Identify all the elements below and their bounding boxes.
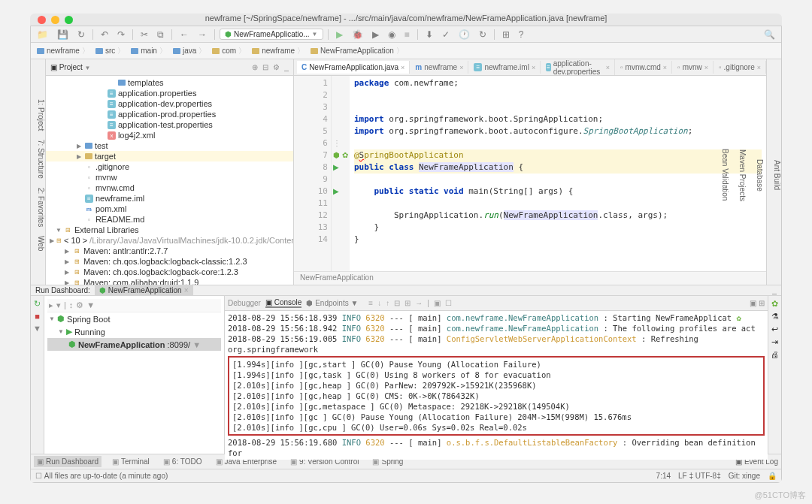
gear-icon[interactable]: ⎯ xyxy=(772,286,777,294)
endpoints-tab[interactable]: ⬢ Endpoints ▼ xyxy=(306,299,358,307)
window-close-button[interactable] xyxy=(38,16,46,24)
breadcrumb-item[interactable]: NewFrameApplication 〉 xyxy=(308,46,407,56)
scroll-end-icon[interactable]: ⇥ xyxy=(771,337,778,347)
tree-item[interactable]: ▶⊞ < 10 > /Library/Java/JavaVirtualMachi… xyxy=(46,235,293,246)
lock-icon[interactable]: 🔒 xyxy=(768,472,777,480)
stop-run-icon[interactable]: ■ xyxy=(35,312,40,321)
editor-tab[interactable]: C NewFrameApplication.java × xyxy=(297,61,410,74)
down-icon[interactable]: ▼ xyxy=(33,324,41,333)
console-tab[interactable]: ▣ Console xyxy=(265,298,301,308)
run-dashboard-tree[interactable]: ▸ ▾ |↕⚙▼ ▼⬢ Spring Boot ▼▶ Running ⬢ New… xyxy=(44,296,225,460)
gear-icon[interactable]: ⚙ xyxy=(273,63,280,71)
tree-item[interactable]: ▫ mvnw xyxy=(46,172,293,183)
soft-wrap-icon[interactable]: ↩ xyxy=(771,324,778,334)
console-side-toolbar: ✿ ⚗ ↩ ⇥ 🖨 xyxy=(768,296,781,460)
expand-all-icon[interactable]: ▸ xyxy=(49,300,53,310)
breadcrumb-item[interactable]: newframe 〉 xyxy=(249,46,308,56)
rerun-icon[interactable]: ↻ xyxy=(34,299,41,309)
breadcrumb-item[interactable]: src 〉 xyxy=(92,46,128,56)
open-button[interactable]: 📁 xyxy=(34,28,51,41)
save-button[interactable]: 💾 xyxy=(54,28,71,41)
bottom-tab[interactable]: ▣ Run Dashboard xyxy=(34,456,102,467)
run-config-dropdown[interactable]: ⬢ NewFrameApplicatio... ▼ xyxy=(220,29,323,40)
hide-panel-icon[interactable]: ⎯ xyxy=(284,63,289,71)
print-icon[interactable]: 🖨 xyxy=(771,350,779,359)
tree-item[interactable]: ▶⊞ Maven: antlr:antlr:2.7.7 xyxy=(46,246,293,256)
tree-item[interactable]: ≡ application-test.properties xyxy=(46,119,293,130)
encoding[interactable]: LF ‡ UTF-8‡ xyxy=(678,472,721,480)
editor-tab[interactable]: ▫ mvnw × xyxy=(673,61,714,74)
search-button[interactable]: 🔍 xyxy=(761,28,778,41)
breadcrumb-item[interactable]: com 〉 xyxy=(209,46,249,56)
status-message: All files are up-to-date (a minute ago) xyxy=(44,472,168,480)
bottom-tab[interactable]: ▣ Terminal xyxy=(109,456,153,467)
tree-item[interactable]: ≡ application-dev.properties xyxy=(46,98,293,109)
run-button[interactable]: ▶ xyxy=(333,28,346,41)
vcs-commit-button[interactable]: ✓ xyxy=(439,28,453,41)
line-number-gutter[interactable]: 1234567891011121314 xyxy=(294,76,332,271)
coverage-button[interactable]: ▶ xyxy=(369,28,382,41)
tree-item[interactable]: m pom.xml xyxy=(46,204,293,214)
forward-button[interactable]: → xyxy=(195,28,210,41)
vcs-revert-button[interactable]: ↻ xyxy=(476,28,489,41)
copy-button[interactable]: ⧉ xyxy=(154,28,167,41)
tree-item[interactable]: ▶ test xyxy=(46,140,293,151)
window-minimize-button[interactable] xyxy=(51,16,59,24)
profile-button[interactable]: ◉ xyxy=(385,28,398,41)
debug-button[interactable]: 🐞 xyxy=(349,28,366,41)
editor-tab[interactable]: ≡ newframe.iml × xyxy=(469,61,541,74)
bottom-tab[interactable]: ▣ 6: TODO xyxy=(160,456,205,467)
git-branch[interactable]: Git: xinge xyxy=(729,472,760,480)
vcs-history-button[interactable]: 🕐 xyxy=(456,28,473,41)
collapse-all-icon[interactable]: ⊟ xyxy=(262,63,268,71)
project-tree[interactable]: templates≡ application.properties≡ appli… xyxy=(46,76,293,285)
breadcrumb-item[interactable]: newframe 〉 xyxy=(34,46,92,56)
stop-button[interactable]: ■ xyxy=(401,28,413,41)
tree-item[interactable]: ▫ README.md xyxy=(46,214,293,225)
cursor-position[interactable]: 7:14 xyxy=(656,472,671,480)
console-output[interactable]: 2018-08-29 15:56:18.939 INFO 6320 --- [ … xyxy=(225,311,768,460)
collapse-icon[interactable]: ▾ xyxy=(56,300,61,310)
tree-item[interactable]: templates xyxy=(46,77,293,88)
tree-item[interactable]: x log4j2.xml xyxy=(46,130,293,140)
sync-button[interactable]: ↻ xyxy=(74,28,88,41)
breadcrumb-item[interactable]: main 〉 xyxy=(128,46,170,56)
code-editor[interactable]: package com.newframe; import org.springf… xyxy=(350,76,766,271)
debugger-tab[interactable]: Debugger xyxy=(228,299,261,307)
filter-icon[interactable]: ⚗ xyxy=(771,312,779,321)
tree-item[interactable]: ≡ application.properties xyxy=(46,88,293,98)
tree-item[interactable]: ▶⊞ Maven: ch.qos.logback:logback-core:1.… xyxy=(46,267,293,277)
spring-icon[interactable]: ✿ xyxy=(771,299,778,309)
help-button[interactable]: ? xyxy=(516,28,527,41)
left-tool-gutter[interactable]: 1: Project7: Structure2: FavoritesWeb xyxy=(31,59,46,285)
breadcrumb-item[interactable]: java 〉 xyxy=(170,46,209,56)
cut-button[interactable]: ✂ xyxy=(138,28,151,41)
tree-item[interactable]: ≡ newframe.iml xyxy=(46,193,293,204)
editor-tab[interactable]: ▫ mvnw.cmd × xyxy=(616,61,672,74)
editor-tab[interactable]: ≡ application-dev.properties × xyxy=(541,59,615,76)
gutter-marks[interactable]: ⋮⬢ ✿▶ ▶ xyxy=(332,76,350,271)
tree-item[interactable]: ≡ application-prod.properties xyxy=(46,109,293,119)
tree-item[interactable]: ▶⊞ Maven: com.alibaba:druid:1.1.9 xyxy=(46,277,293,285)
scroll-from-source-icon[interactable]: ⊕ xyxy=(252,63,258,71)
editor-tab[interactable]: m newframe × xyxy=(411,61,468,74)
right-tool-gutter[interactable]: Ant BuildDatabaseMaven ProjectsBean Vali… xyxy=(766,59,781,285)
tree-item[interactable]: ▫ .gitignore xyxy=(46,161,293,172)
tree-item[interactable]: ▼⊞ External Libraries xyxy=(46,225,293,235)
run-tab[interactable]: ⬢NewFrameApplication × xyxy=(95,285,193,295)
editor-tabs: C NewFrameApplication.java ×m newframe ×… xyxy=(294,59,766,76)
window-maximize-button[interactable] xyxy=(65,16,73,24)
vcs-button[interactable]: ⬇ xyxy=(423,28,436,41)
window-title: newframe [~/SpringSpace/newframe] - .../… xyxy=(30,14,782,26)
project-view-dropdown[interactable]: ▣ Project ▼ xyxy=(50,63,91,71)
tree-item[interactable]: ▫ mvnw.cmd xyxy=(46,183,293,193)
project-panel: ▣ Project ▼ ⊕ ⊟ ⚙ ⎯ templates≡ applicati… xyxy=(46,59,294,285)
undo-button[interactable]: ↶ xyxy=(98,28,111,41)
back-button[interactable]: ← xyxy=(177,28,192,41)
editor-breadcrumb[interactable]: NewFrameApplication xyxy=(294,271,766,285)
run-side-toolbar: ↻ ■ ▼ xyxy=(31,296,44,460)
redo-button[interactable]: ↷ xyxy=(114,28,128,41)
structure-button[interactable]: ⊞ xyxy=(499,28,513,41)
tree-item[interactable]: ▶ target xyxy=(46,151,293,161)
tree-item[interactable]: ▶⊞ Maven: ch.qos.logback:logback-classic… xyxy=(46,256,293,267)
